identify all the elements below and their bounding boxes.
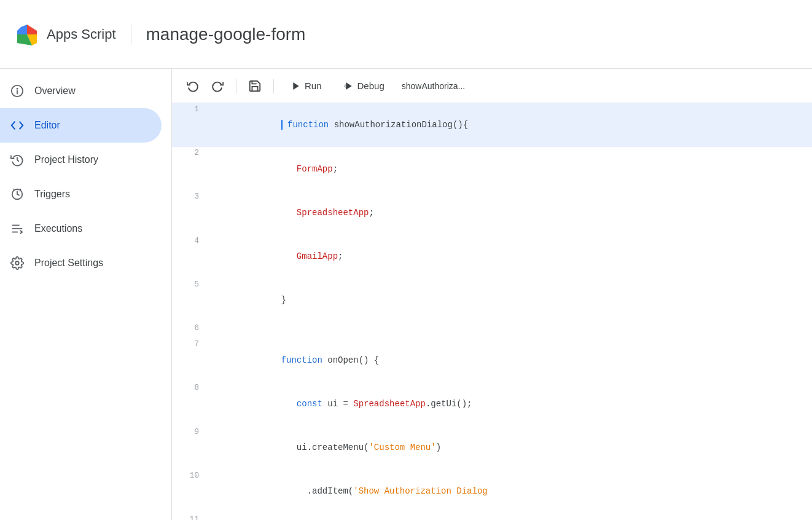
sidebar-item-triggers[interactable]: Triggers bbox=[0, 177, 162, 211]
app-name: Apps Script bbox=[47, 26, 116, 42]
line-content-7[interactable]: function onOpen() { bbox=[209, 338, 812, 382]
executions-icon bbox=[10, 221, 25, 236]
line-content-11[interactable]: .addSeparator() bbox=[209, 513, 812, 520]
settings-icon bbox=[10, 256, 25, 270]
code-line-5: 5 } bbox=[172, 278, 812, 322]
run-button[interactable]: Run bbox=[281, 76, 332, 96]
line-content-2[interactable]: FormApp; bbox=[209, 147, 812, 191]
code-editor[interactable]: 1 function showAuthorizationDialog(){ 2 … bbox=[172, 103, 812, 520]
sidebar-item-editor[interactable]: Editor bbox=[0, 108, 162, 143]
line-content-10[interactable]: .addItem('Show Authorization Dialog bbox=[209, 470, 812, 513]
line-content-3[interactable]: SpreadsheetApp; bbox=[209, 191, 812, 234]
line-number-4: 4 bbox=[172, 235, 209, 278]
code-line-6: 6 bbox=[172, 322, 812, 338]
sidebar-item-editor-label: Editor bbox=[34, 120, 60, 131]
sidebar-item-overview-label: Overview bbox=[34, 85, 76, 97]
project-name: manage-google-form bbox=[146, 25, 306, 44]
sidebar-item-executions-label: Executions bbox=[34, 223, 82, 234]
redo-button[interactable] bbox=[206, 75, 228, 97]
sidebar-item-settings-label: Project Settings bbox=[34, 258, 103, 269]
code-line-10: 10 .addItem('Show Authorization Dialog bbox=[172, 470, 812, 513]
code-line-9: 9 ui.createMenu('Custom Menu') bbox=[172, 426, 812, 470]
code-line-8: 8 const ui = SpreadsheetApp.getUi(); bbox=[172, 382, 812, 425]
code-line-1: 1 function showAuthorizationDialog(){ bbox=[172, 103, 812, 147]
toolbar: Run Debug showAuthoriza... bbox=[172, 69, 812, 103]
line-content-8[interactable]: const ui = SpreadsheetApp.getUi(); bbox=[209, 382, 812, 425]
line-number-5: 5 bbox=[172, 278, 209, 322]
sidebar: Overview Editor Project History bbox=[0, 69, 172, 520]
svg-point-8 bbox=[15, 261, 19, 265]
line-number-1: 1 bbox=[172, 103, 209, 147]
code-line-11: 11 .addSeparator() bbox=[172, 513, 812, 520]
svg-marker-9 bbox=[293, 82, 299, 90]
debug-button[interactable]: Debug bbox=[334, 76, 394, 96]
line-content-1[interactable]: function showAuthorizationDialog(){ bbox=[209, 103, 812, 147]
line-number-3: 3 bbox=[172, 191, 209, 234]
triggers-icon bbox=[10, 187, 25, 202]
save-button[interactable] bbox=[244, 75, 266, 97]
header-divider bbox=[131, 25, 131, 44]
line-number-6: 6 bbox=[172, 322, 209, 338]
code-line-7: 7 function onOpen() { bbox=[172, 338, 812, 382]
svg-marker-10 bbox=[346, 82, 351, 90]
sidebar-item-triggers-label: Triggers bbox=[34, 189, 70, 200]
toolbar-divider-2 bbox=[273, 79, 274, 93]
sidebar-item-executions[interactable]: Executions bbox=[0, 211, 162, 246]
apps-script-logo-icon bbox=[15, 22, 39, 47]
code-line-3: 3 SpreadsheetApp; bbox=[172, 191, 812, 234]
logo[interactable]: Apps Script bbox=[15, 22, 116, 47]
sidebar-item-history-label: Project History bbox=[34, 154, 98, 165]
line-number-7: 7 bbox=[172, 338, 209, 382]
info-icon bbox=[10, 84, 25, 98]
code-line-4: 4 GmailApp; bbox=[172, 235, 812, 278]
code-icon bbox=[10, 118, 25, 133]
history-icon bbox=[10, 152, 25, 167]
line-content-9[interactable]: ui.createMenu('Custom Menu') bbox=[209, 426, 812, 470]
sidebar-item-project-settings[interactable]: Project Settings bbox=[0, 246, 162, 280]
main-layout: Overview Editor Project History bbox=[0, 69, 812, 520]
run-label: Run bbox=[305, 81, 322, 91]
header: Apps Script manage-google-form bbox=[0, 0, 812, 69]
function-selector[interactable]: showAuthoriza... bbox=[402, 81, 466, 91]
line-number-11: 11 bbox=[172, 513, 209, 520]
line-content-5[interactable]: } bbox=[209, 278, 812, 322]
debug-label: Debug bbox=[357, 81, 385, 91]
line-number-10: 10 bbox=[172, 470, 209, 513]
line-number-8: 8 bbox=[172, 382, 209, 425]
line-number-2: 2 bbox=[172, 147, 209, 191]
toolbar-divider-1 bbox=[236, 79, 236, 93]
line-content-4[interactable]: GmailApp; bbox=[209, 235, 812, 278]
code-table: 1 function showAuthorizationDialog(){ 2 … bbox=[172, 103, 812, 520]
line-content-6[interactable] bbox=[209, 322, 812, 338]
sidebar-item-project-history[interactable]: Project History bbox=[0, 143, 162, 177]
undo-button[interactable] bbox=[182, 75, 204, 97]
line-number-9: 9 bbox=[172, 426, 209, 470]
editor-area: Run Debug showAuthoriza... 1 f bbox=[172, 69, 812, 520]
sidebar-item-overview[interactable]: Overview bbox=[0, 74, 162, 108]
code-line-2: 2 FormApp; bbox=[172, 147, 812, 191]
